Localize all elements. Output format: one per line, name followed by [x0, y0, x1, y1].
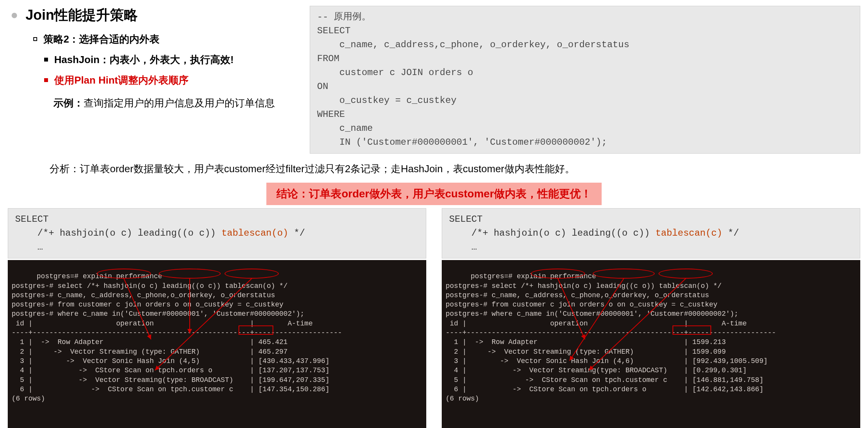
example-label: 示例：	[53, 97, 84, 109]
hashjoin-row: HashJoin：内表小，外表大，执行高效!	[44, 53, 302, 67]
square-icon	[44, 58, 48, 62]
right-terminal: postgres=# explain performance postgres-…	[442, 260, 860, 428]
square-outline-icon	[33, 37, 37, 41]
right-plan-column: SELECT /*+ hashjoin(o c) leading((o c)) …	[442, 208, 860, 428]
sub-list: 策略2：选择合适的内外表 HashJoin：内表小，外表大，执行高效! 使用Pl…	[12, 33, 302, 87]
left-text-column: Join性能提升策略 策略2：选择合适的内外表 HashJoin：内表小，外表大…	[8, 6, 302, 110]
strategy-row: 策略2：选择合适的内外表	[33, 33, 302, 46]
left-terminal: postgres=# explain performance postgres-…	[8, 260, 426, 428]
analysis-text: 分析：订单表order数据量较大，用户表customer经过filter过滤只有…	[8, 162, 860, 176]
example-text: 查询指定用户的用户信息及用户的订单信息	[84, 97, 275, 109]
conclusion-row: 结论：订单表order做外表，用户表customer做内表，性能更优！	[8, 183, 860, 205]
circle-annotation	[593, 269, 655, 279]
left-plan-sql: SELECT /*+ hashjoin(o c) leading((o c)) …	[8, 208, 426, 259]
planhint-text: 使用Plan Hint调整内外表顺序	[54, 74, 189, 87]
main-title: Join性能提升策略	[26, 6, 138, 25]
sql-pre: SELECT /*+ hashjoin(o c) leading((o c))	[15, 214, 221, 238]
planhint-row: 使用Plan Hint调整内外表顺序	[44, 74, 302, 87]
example-line: 示例：查询指定用户的用户信息及用户的订单信息	[12, 96, 302, 110]
terminal-text: postgres=# explain performance postgres-…	[446, 272, 776, 402]
main-title-row: Join性能提升策略	[12, 6, 302, 25]
circle-annotation	[225, 269, 279, 279]
bullet-dot-icon	[12, 13, 17, 18]
hashjoin-text: HashJoin：内表小，外表大，执行高效!	[54, 53, 234, 67]
original-sql-block: -- 原用例。 SELECT c_name, c_address,c_phone…	[310, 6, 860, 154]
terminal-text: postgres=# explain performance postgres-…	[12, 272, 342, 402]
sql-pre: SELECT /*+ hashjoin(o c) leading((o c))	[449, 214, 655, 238]
top-section: Join性能提升策略 策略2：选择合适的内外表 HashJoin：内表小，外表大…	[8, 6, 860, 154]
left-plan-column: SELECT /*+ hashjoin(o c) leading((o c)) …	[8, 208, 426, 428]
right-plan-sql: SELECT /*+ hashjoin(o c) leading((o c)) …	[442, 208, 860, 259]
sql-highlight: tablescan(o)	[221, 228, 288, 238]
circle-annotation	[159, 269, 221, 279]
square-icon	[44, 78, 48, 82]
conclusion-highlight: 结论：订单表order做外表，用户表customer做内表，性能更优！	[266, 183, 602, 205]
strategy-label: 策略2：选择合适的内外表	[43, 33, 160, 46]
plans-row: SELECT /*+ hashjoin(o c) leading((o c)) …	[8, 208, 860, 428]
circle-annotation	[659, 269, 713, 279]
sql-highlight: tablescan(c)	[655, 228, 722, 238]
